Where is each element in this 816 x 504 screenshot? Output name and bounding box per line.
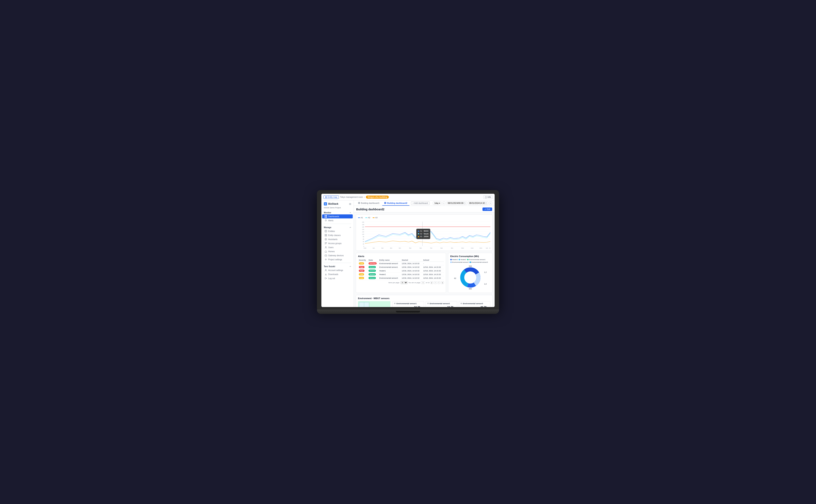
sensor-card: Environmental sensor1 Light 24.78 °C Tem… xyxy=(392,301,424,307)
sidebar-item-dashboards[interactable]: Dashboards xyxy=(322,214,353,218)
tab-building-dashboard2[interactable]: Building dashboard2 xyxy=(382,201,409,206)
period-select[interactable]: 1day ▾ xyxy=(433,201,442,205)
edit-button[interactable]: Edit xyxy=(483,208,492,211)
legend-A1: A1 xyxy=(358,217,363,219)
tab-building-dashboard1[interactable]: Building dashboard1 xyxy=(356,201,381,206)
environment-photo-svg xyxy=(358,301,390,307)
next-page-button[interactable]: › xyxy=(438,281,440,284)
last-page-button[interactable]: ›| xyxy=(441,281,444,284)
cell-solved: - xyxy=(423,262,444,265)
state-badge: Solved xyxy=(368,273,376,275)
svg-point-116 xyxy=(394,304,395,304)
table-row: High Solved Heater1 12/18, 2024, 14:10:3… xyxy=(358,269,444,273)
info-button[interactable]: i Info xyxy=(483,195,493,199)
chart-svg: 200 180 160 140 120 100 80 60 40 xyxy=(358,220,491,249)
svg-rect-12 xyxy=(326,217,327,218)
sidebar-item-homes[interactable]: Homes xyxy=(322,249,353,253)
cell-state: Solved xyxy=(368,273,378,276)
sensor-unit: °C xyxy=(454,307,456,307)
entity-classes-icon xyxy=(324,234,327,236)
cell-started: 12/18, 2024, 14:10:32 xyxy=(401,262,423,265)
svg-text:120: 120 xyxy=(362,231,364,233)
state-badge: Solved xyxy=(368,277,376,279)
gateway-icon xyxy=(324,254,327,257)
environment-title: Environment · WBGT sensors xyxy=(358,297,491,300)
table-row: Low Alerting Environmental sensor3 12/18… xyxy=(358,262,444,265)
tab-add-dashboard[interactable]: + Add dashboard xyxy=(411,201,430,205)
legend-dot-A1 xyxy=(358,217,360,218)
sidebar-item-downloads[interactable]: Downloads xyxy=(322,272,353,276)
svg-text:9am: 9am xyxy=(451,248,453,249)
assistants-icon xyxy=(324,238,327,240)
svg-rect-41 xyxy=(464,203,465,204)
electric-section: Electric Consumption (Wh) Heater1 xyxy=(448,253,493,293)
donut-chart-container: 566 1,200 1,080 895 762 xyxy=(450,264,491,291)
chevron-up-icon xyxy=(349,212,351,214)
col-severity: Severity xyxy=(358,259,368,262)
entity-map-button[interactable]: Entity map xyxy=(323,195,339,199)
svg-text:100: 100 xyxy=(362,234,364,235)
svg-text:2am: 2am xyxy=(381,248,383,249)
topbar-left: Entity map Tokyo management room › Ningy… xyxy=(323,195,389,199)
svg-text:11am: 11am xyxy=(471,248,474,249)
map-icon xyxy=(325,196,327,198)
svg-text:7am: 7am xyxy=(430,248,432,249)
items-per-page-select[interactable]: 5 10 xyxy=(400,281,407,284)
sidebar-item-access-groups[interactable]: Access groups xyxy=(322,241,353,245)
sidebar: B BizStack MODE Demo Project Monitor Das… xyxy=(321,201,354,307)
sidebar-item-entity-classes[interactable]: Entity classes xyxy=(322,233,353,237)
sidebar-item-gateway-devices[interactable]: Gateway devices xyxy=(322,253,353,257)
nav-next-button[interactable]: › xyxy=(489,201,492,205)
svg-text:5am: 5am xyxy=(409,248,412,249)
wifi-icon xyxy=(394,303,396,305)
logo-icon: B xyxy=(324,202,327,205)
svg-rect-11 xyxy=(324,217,325,218)
svg-point-30 xyxy=(325,259,326,260)
svg-text:2pm: 2pm xyxy=(489,248,491,249)
sidebar-item-entities[interactable]: Entities xyxy=(322,229,353,233)
cell-severity: Low xyxy=(358,262,368,265)
legend-dot-A3 xyxy=(372,217,374,218)
calendar-icon-2 xyxy=(485,202,487,204)
alerts-table: Severity State Entity name Started Solve… xyxy=(358,259,444,280)
sidebar-item-alerts[interactable]: Alerts xyxy=(322,218,353,222)
sensor-title: Environmental sensor1 xyxy=(394,303,423,305)
svg-rect-9 xyxy=(324,215,325,216)
svg-text:4am: 4am xyxy=(399,248,401,249)
dashboard-tab-icon-2 xyxy=(384,202,386,204)
severity-badge: High xyxy=(359,266,364,268)
sidebar-item-project-settings[interactable]: Project settings xyxy=(322,257,353,262)
page-number-input[interactable] xyxy=(421,281,425,284)
elec-dot-heater2 xyxy=(459,259,460,260)
sensor-value: 38.78 xyxy=(481,306,487,307)
col-solved: Solved xyxy=(423,259,444,262)
svg-text:8am: 8am xyxy=(441,248,443,249)
svg-text:12pm: 12pm xyxy=(480,248,482,249)
svg-rect-40 xyxy=(385,203,386,204)
date-from-input[interactable]: 08/31/2024/00:00 xyxy=(446,201,467,205)
nav-prev-button[interactable]: ‹ xyxy=(443,201,446,205)
cell-solved: 12/18, 2024, 14:15:32 xyxy=(423,269,444,273)
svg-rect-10 xyxy=(326,215,327,216)
svg-point-23 xyxy=(325,242,326,244)
sensor-value: 24.78 xyxy=(447,306,453,307)
sensor-title: Environmental sensor3 xyxy=(460,303,489,305)
cell-state: Alerting xyxy=(368,262,378,265)
first-page-button[interactable]: |‹ xyxy=(430,281,433,284)
svg-text:140: 140 xyxy=(362,229,364,230)
sidebar-item-users[interactable]: Users xyxy=(322,245,353,249)
svg-text:1pm: 1pm xyxy=(486,248,488,249)
date-to-input[interactable]: 08/31/2024/14:32 xyxy=(468,201,488,205)
entities-icon xyxy=(324,230,327,232)
sidebar-item-log-out[interactable]: Log out xyxy=(322,276,353,280)
breadcrumb-active[interactable]: Ningyo-cho building xyxy=(366,196,389,199)
prev-page-button[interactable]: ‹ xyxy=(434,281,437,284)
sidebar-collapse-icon[interactable] xyxy=(349,203,351,205)
svg-text:i: i xyxy=(486,197,486,198)
chart-section: A1 A2 A3 xyxy=(356,214,493,251)
sidebar-item-assistants[interactable]: Assistants xyxy=(322,237,353,241)
svg-point-92 xyxy=(465,272,476,283)
svg-text:180: 180 xyxy=(362,224,364,226)
cell-entity: Heater2 xyxy=(378,273,401,276)
sidebar-item-account-settings[interactable]: Account settings xyxy=(322,268,353,272)
